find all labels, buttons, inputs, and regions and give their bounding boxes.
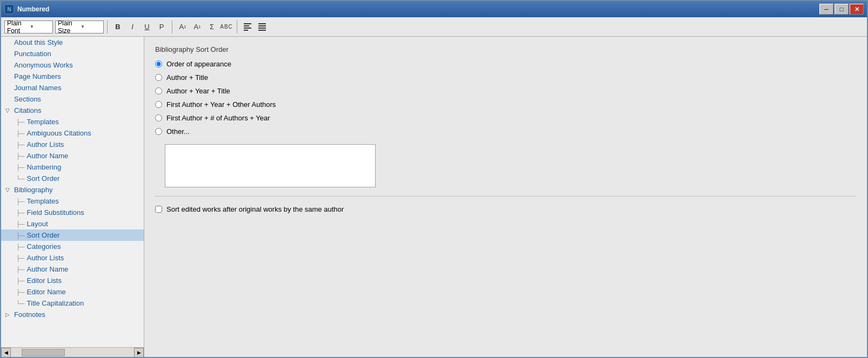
sidebar-item-bib-sort-order[interactable]: ├─ Sort Order	[1, 229, 144, 241]
radio-label-author-year-title[interactable]: Author + Year + Title	[166, 87, 230, 95]
connector-cit-author-lists: ├─	[16, 141, 25, 148]
radio-item-order-appearance[interactable]: Order of appearance	[155, 60, 856, 68]
checkbox-sort-edited[interactable]	[155, 206, 162, 213]
bold-button[interactable]: B	[111, 21, 125, 33]
sidebar-item-bib-editor-lists[interactable]: ├─ Editor Lists	[1, 275, 144, 286]
sidebar-item-cit-sort-order[interactable]: └─ Sort Order	[1, 173, 144, 184]
sidebar-item-bib-author-lists[interactable]: ├─ Author Lists	[1, 252, 144, 264]
connector-cit-ambiguous: ├─	[16, 130, 25, 137]
section-title: Bibliography Sort Order	[155, 45, 856, 53]
sidebar-item-page-numbers[interactable]: Page Numbers	[1, 71, 144, 82]
title-buttons: ─ □ ✕	[819, 4, 864, 15]
sidebar-item-journal-names[interactable]: Journal Names	[1, 82, 144, 93]
align-left-button[interactable]	[241, 21, 255, 33]
divider-1	[155, 196, 856, 197]
scroll-track	[11, 348, 134, 357]
sidebar-item-bib-categories[interactable]: ├─ Categories	[1, 241, 144, 252]
other-textarea[interactable]	[165, 144, 376, 187]
subscript-button[interactable]: A1	[190, 21, 204, 33]
script-buttons: A1 A1 Σ ABC	[176, 21, 233, 33]
italic-button[interactable]: I	[125, 21, 139, 33]
superscript-button[interactable]: A1	[176, 21, 190, 33]
sidebar-item-punctuation[interactable]: Punctuation	[1, 48, 144, 59]
title-bar: N Numbered ─ □ ✕	[1, 1, 867, 17]
radio-author-year-title[interactable]	[155, 87, 162, 94]
checkbox-label-sort-edited[interactable]: Sort edited works after original works b…	[166, 205, 344, 213]
scroll-thumb[interactable]	[22, 349, 65, 356]
connector-cit-numbering: ├─	[16, 164, 25, 171]
maximize-button[interactable]: □	[834, 4, 849, 15]
sidebar-item-label: Footnotes	[14, 310, 45, 319]
radio-label-first-author-num-year[interactable]: First Author + # of Authors + Year	[166, 114, 270, 122]
connector-bib-field-subs: ├─	[16, 210, 25, 216]
connector-bib-title-cap: └─	[16, 300, 25, 307]
sidebar-item-label: Punctuation	[14, 50, 51, 58]
app-icon: N	[4, 4, 14, 14]
scroll-arrow-right[interactable]: ▶	[134, 348, 144, 357]
underline-button[interactable]: U	[140, 21, 154, 33]
sidebar-item-bib-layout[interactable]: ├─ Layout	[1, 218, 144, 229]
radio-author-title[interactable]	[155, 74, 162, 81]
window-title: Numbered	[17, 5, 819, 13]
radio-item-first-author-num-year[interactable]: First Author + # of Authors + Year	[155, 114, 856, 122]
radio-item-first-author-year-others[interactable]: First Author + Year + Other Authors	[155, 100, 856, 109]
abc-button[interactable]: ABC	[219, 21, 233, 33]
sidebar-item-cit-numbering[interactable]: ├─ Numbering	[1, 161, 144, 173]
sidebar-item-cit-ambiguous[interactable]: ├─ Ambiguous Citations	[1, 127, 144, 139]
sidebar-item-bib-author-name[interactable]: ├─ Author Name	[1, 264, 144, 275]
sidebar-item-sections[interactable]: Sections	[1, 93, 144, 105]
close-button[interactable]: ✕	[850, 4, 864, 15]
tree-container[interactable]: About this Style Punctuation Anonymous W…	[1, 37, 144, 347]
sidebar-item-citations[interactable]: ▽ Citations	[1, 105, 144, 116]
connector-bib-editor-name: ├─	[16, 289, 25, 295]
sidebar-item-label: Journal Names	[14, 84, 61, 92]
sidebar-item-label: Anonymous Works	[14, 61, 73, 69]
sidebar-item-label: Templates	[27, 118, 59, 126]
sidebar-item-label: Field Substitutions	[27, 208, 84, 217]
sidebar-item-label: About this Style	[14, 38, 63, 46]
sidebar: About this Style Punctuation Anonymous W…	[1, 37, 144, 357]
plain-button[interactable]: P	[155, 21, 169, 33]
sidebar-item-bibliography[interactable]: ▽ Bibliography	[1, 184, 144, 195]
radio-first-author-year-others[interactable]	[155, 101, 162, 108]
radio-first-author-num-year[interactable]	[155, 114, 162, 121]
radio-order-appearance[interactable]	[155, 60, 162, 67]
radio-label-first-author-year-others[interactable]: First Author + Year + Other Authors	[166, 100, 276, 109]
checkbox-item-sort-edited[interactable]: Sort edited works after original works b…	[155, 205, 856, 213]
radio-label-order-appearance[interactable]: Order of appearance	[166, 60, 231, 68]
sidebar-item-bib-title-cap[interactable]: └─ Title Capitalization	[1, 298, 144, 309]
sidebar-item-cit-templates[interactable]: ├─ Templates	[1, 116, 144, 127]
size-dropdown[interactable]: Plain Size ▼	[55, 21, 104, 33]
sidebar-item-label: Author Name	[27, 152, 69, 160]
sidebar-item-bib-editor-name[interactable]: ├─ Editor Name	[1, 286, 144, 298]
sidebar-item-label: Author Name	[27, 265, 69, 273]
radio-label-other[interactable]: Other...	[166, 127, 190, 136]
scroll-arrow-left[interactable]: ◀	[1, 348, 11, 357]
connector-bib-author-lists: ├─	[16, 255, 25, 261]
align-justify-button[interactable]	[255, 21, 269, 33]
sidebar-item-anonymous[interactable]: Anonymous Works	[1, 59, 144, 71]
radio-other[interactable]	[155, 128, 162, 135]
separator-2	[172, 21, 172, 33]
sidebar-item-label: Editor Lists	[27, 276, 62, 285]
sidebar-item-about[interactable]: About this Style	[1, 37, 144, 48]
align-buttons	[241, 21, 269, 33]
minimize-button[interactable]: ─	[819, 4, 833, 15]
radio-item-other[interactable]: Other...	[155, 127, 856, 136]
connector-bib-categories: ├─	[16, 244, 25, 250]
sidebar-item-bib-templates[interactable]: ├─ Templates	[1, 195, 144, 207]
format-buttons: B I U P	[111, 21, 169, 33]
expand-icon-citations: ▽	[5, 107, 12, 113]
radio-label-author-title[interactable]: Author + Title	[166, 73, 208, 82]
sidebar-item-bib-field-subs[interactable]: ├─ Field Substitutions	[1, 207, 144, 218]
sidebar-item-footnotes[interactable]: ▷ Footnotes	[1, 309, 144, 320]
font-dropdown[interactable]: Plain Font ▼	[4, 21, 53, 33]
sidebar-item-label: Title Capitalization	[27, 299, 84, 307]
radio-item-author-title[interactable]: Author + Title	[155, 73, 856, 82]
size-dropdown-arrow: ▼	[81, 24, 101, 29]
sidebar-item-cit-author-lists[interactable]: ├─ Author Lists	[1, 139, 144, 150]
sidebar-item-label: Author Lists	[27, 140, 64, 148]
sidebar-item-cit-author-name[interactable]: ├─ Author Name	[1, 150, 144, 161]
radio-item-author-year-title[interactable]: Author + Year + Title	[155, 87, 856, 95]
sigma-button[interactable]: Σ	[205, 21, 219, 33]
